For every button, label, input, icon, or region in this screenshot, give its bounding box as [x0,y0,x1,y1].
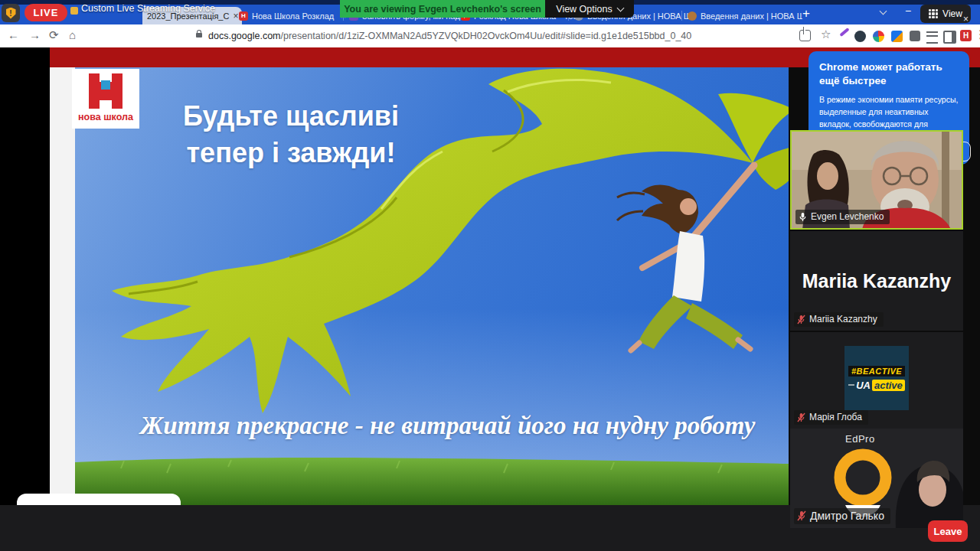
participant-name-label: Марія Глоба [794,410,868,425]
participant-name: Дмитро Галько [810,510,884,522]
shield-icon: ! [6,8,16,19]
extensions-puzzle-icon[interactable] [910,31,920,41]
site-favicon [688,11,697,21]
share-page-icon[interactable] [799,30,811,41]
view-options-label: View Options [556,4,612,15]
forward-icon[interactable]: → [29,28,41,41]
logo-ua: UA [856,380,871,391]
tab-rozklad[interactable]: Н Нова Школа Розклад × [234,7,351,24]
bookmark-star-icon[interactable]: ☆ [821,28,831,41]
browser-menu-icon[interactable]: ⋮ [975,28,980,41]
participant-name-label: Дмитро Галько [794,508,890,524]
live-badge: LIVE [24,4,67,21]
participant-name: Марія Глоба [809,412,862,422]
nova-school-logo: нова школа [72,69,139,129]
mic-muted-icon [797,412,805,422]
logo-active: active [872,380,905,391]
slide-caption: Життя прекрасне - не витрачай його на ну… [140,412,789,440]
reload-icon[interactable]: ⟳ [49,28,59,42]
tab-title: Нова Школа Розклад [252,11,334,21]
stream-service-title: Custom Live Streaming Service [81,3,215,14]
dark-extension-icon[interactable] [854,31,866,42]
participant-name: Mariia Kazanzhy [809,314,877,324]
edpro-logo-text: EdPro [845,433,875,445]
stream-service-icon [70,7,78,15]
side-panel-icon[interactable] [943,31,956,44]
leave-button[interactable]: Leave [928,520,968,542]
url-host: docs.google.com [208,31,281,41]
nova-school-h-icon [89,73,122,109]
window-close-button[interactable]: × [963,14,969,24]
reading-list-icon[interactable] [926,31,938,44]
view-button-label: View [942,8,962,19]
mic-icon [799,212,807,222]
view-options-button[interactable]: View Options [545,0,634,18]
back-icon[interactable]: ← [8,28,19,41]
video-tile-dmytro[interactable]: EdPro Дмитро Галько [790,429,963,528]
beactive-logo: #BEACTIVE UAactive [844,346,909,410]
tab-separator [681,11,682,21]
nova-school-extension-icon[interactable]: Н [960,30,972,41]
letterbox-left [0,47,50,505]
viewing-screen-banner: You are viewing Evgen Levchenko's screen [340,0,545,18]
logo-caption: нова школа [78,112,133,122]
video-tile-globa[interactable]: #BEACTIVE UAactive Марія Глоба [790,332,963,429]
slide-title-line1: Будьте щасливі [176,98,406,135]
logo-dash [848,384,854,386]
participant-name-label: Evgen Levchenko [795,210,890,224]
slide-left-margin [50,67,75,505]
tab-data-entry-2[interactable]: Введення даних | НОВА ШК... × [683,7,802,24]
chevron-down-icon [616,4,624,11]
jumping-woman [617,165,754,350]
blue-orange-extension-icon[interactable] [891,31,903,42]
mic-muted-icon [797,510,806,521]
slide-title: Будьте щасливі тепер і завжди! [176,98,406,171]
slide-title-line2: тепер і завжди! [176,135,406,171]
url-path: /presentation/d/1ziZ-OXMMaN2Ad5YZVQkDH02… [281,31,692,41]
popup-title: Chrome может работать ещё быстрее [819,60,959,88]
nova-school-favicon: Н [239,11,248,21]
address-bar[interactable]: docs.google.com/presentation/d/1ziZ-OXMM… [208,31,691,41]
mic-muted-icon [797,315,805,324]
home-icon[interactable]: ⌂ [69,28,76,41]
gallery-grid-icon [929,9,938,18]
slides-tooltip-fragment [17,494,181,505]
participant-name: Evgen Levchenko [811,211,884,222]
zoom-security-shield[interactable]: ! [2,4,20,22]
video-tile-mariia[interactable]: Mariia Kazanzhy Mariia Kazanzhy [790,231,963,331]
presentation-slide: Будьте щасливі тепер і завжди! Життя пре… [75,67,789,505]
video-tile-evgen[interactable]: Evgen Levchenko [790,130,963,230]
colorful-extension-icon[interactable] [873,31,884,42]
window-minimize-button[interactable]: − [905,5,911,17]
new-tab-button[interactable]: + [802,6,810,21]
participant-name-label: Mariia Kazanzhy [794,312,884,327]
tab-title: Введення даних | НОВА ШК... [701,11,802,21]
lock-icon [196,33,202,37]
beactive-hashtag: #BEACTIVE [848,366,905,377]
